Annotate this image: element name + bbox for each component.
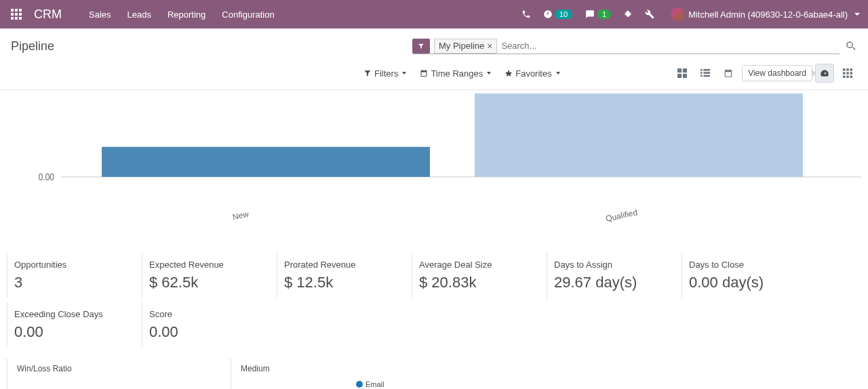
view-switcher: View dashboard [673, 64, 857, 83]
kpi-card[interactable]: Average Deal Size$ 20.83k [412, 253, 547, 298]
app-brand[interactable]: CRM [34, 7, 62, 22]
medium-legend: EmailUndefined [356, 380, 399, 389]
apps-menu-button[interactable] [8, 6, 24, 22]
view-dashboard-button[interactable] [815, 64, 834, 83]
medium-title: Medium [241, 364, 506, 373]
grid-small-icon [843, 68, 852, 78]
view-calendar-button[interactable] [719, 64, 738, 83]
kpi-card[interactable]: Score0.00 [142, 302, 277, 348]
svg-rect-24 [850, 72, 853, 75]
medium-chart: Medium EmailUndefined [231, 359, 515, 389]
facet-remove-button[interactable]: × [487, 41, 492, 52]
svg-rect-12 [683, 74, 687, 78]
messages-badge: 1 [597, 9, 611, 19]
chart-bar [475, 94, 803, 177]
kpi-label: Expected Revenue [149, 260, 266, 270]
filter-icon [415, 43, 427, 49]
view-kanban-button[interactable] [673, 64, 692, 83]
page-title: Pipeline [11, 39, 54, 54]
legend-item[interactable]: Email [356, 380, 399, 388]
medium-pie-icon [241, 380, 315, 389]
chevron-down-icon [402, 72, 406, 75]
nav-sales[interactable]: Sales [89, 9, 111, 20]
avatar-icon [671, 7, 684, 21]
kpi-card[interactable]: Expected Revenue$ 62.5k [142, 253, 277, 298]
svg-rect-27 [850, 76, 853, 79]
kpi-value: 0.00 [149, 323, 266, 341]
wrench-icon [645, 9, 654, 19]
view-list-button[interactable] [696, 64, 715, 83]
nav-configuration[interactable]: Configuration [222, 9, 274, 20]
chevron-down-icon [487, 72, 491, 75]
clock-icon [543, 9, 553, 19]
kpi-value: 29.67 day(s) [554, 274, 671, 291]
view-dashboard-label[interactable]: View dashboard [742, 65, 812, 81]
kpi-value: $ 12.5k [284, 274, 401, 291]
activities-button[interactable]: 10 [543, 9, 572, 19]
chart-bar [102, 147, 430, 177]
phone-button[interactable] [521, 9, 531, 19]
user-name: Mitchell Admin (409630-12-0-6abae4-all) [688, 9, 848, 20]
apps-grid-icon [11, 9, 22, 20]
pipeline-bar-chart: 0.00 NewQualified [0, 90, 868, 199]
kpi-value: $ 62.5k [149, 274, 266, 291]
search-expand-button[interactable] [845, 40, 857, 52]
svg-rect-14 [704, 69, 711, 71]
search-input[interactable] [497, 39, 840, 53]
kpi-card[interactable]: Prorated Revenue$ 12.5k [277, 253, 412, 298]
funnel-icon [363, 69, 372, 77]
kpi-value: 0.00 [14, 323, 131, 341]
kpi-card[interactable]: Opportunities3 [7, 253, 142, 298]
svg-rect-4 [15, 13, 18, 16]
kpi-label: Days to Close [689, 260, 806, 270]
kpi-label: Average Deal Size [419, 260, 536, 270]
filters-dropdown[interactable]: Filters [363, 68, 406, 79]
svg-rect-23 [846, 72, 849, 75]
kpi-grid: Opportunities3Expected Revenue$ 62.5kPro… [0, 199, 868, 354]
kpi-card[interactable]: Days to Close0.00 day(s) [682, 253, 816, 298]
kanban-icon [677, 68, 687, 78]
kpi-label: Days to Assign [554, 260, 671, 270]
nav-leads[interactable]: Leads [127, 9, 151, 20]
favorites-dropdown[interactable]: Favorites [505, 68, 559, 79]
kpi-value: 0.00 day(s) [689, 274, 806, 291]
time-ranges-dropdown[interactable]: Time Ranges [420, 68, 491, 79]
chat-icon [585, 9, 595, 19]
calendar-icon [724, 68, 733, 78]
dev-tools-button[interactable] [645, 9, 654, 19]
nav-reporting[interactable]: Reporting [167, 9, 205, 20]
svg-rect-20 [846, 68, 849, 71]
svg-rect-17 [701, 75, 703, 77]
bottom-charts: Win/Loss Ratio Medium EmailUndefined [0, 354, 868, 389]
search-bar[interactable]: My Pipeline × [412, 39, 840, 54]
view-activity-button[interactable] [838, 64, 857, 83]
svg-rect-21 [850, 68, 853, 71]
chevron-down-icon [854, 13, 860, 16]
svg-rect-9 [677, 68, 682, 73]
svg-rect-7 [15, 17, 18, 20]
svg-rect-16 [704, 72, 711, 74]
kpi-label: Opportunities [14, 260, 131, 270]
kpi-value: 3 [14, 274, 131, 291]
svg-rect-15 [701, 72, 703, 74]
kpi-card[interactable]: Days to Assign29.67 day(s) [547, 253, 682, 298]
winloss-chart: Win/Loss Ratio [7, 359, 231, 389]
kpi-value: $ 20.83k [419, 274, 536, 291]
svg-rect-10 [683, 68, 687, 73]
phone-icon [521, 9, 531, 19]
search-facet [412, 39, 430, 54]
kpi-label: Exceeding Close Days [14, 309, 131, 319]
facet-label: My Pipeline [439, 41, 484, 51]
winloss-donut-icon [17, 380, 220, 389]
debug-button[interactable] [623, 9, 633, 19]
svg-rect-3 [11, 13, 14, 16]
y-tick: 0.00 [39, 171, 54, 182]
systray: 10 1 Mitchell Admin (409630-12-0-6abae4-… [521, 7, 860, 21]
kpi-card[interactable]: Exceeding Close Days0.00 [7, 302, 142, 348]
svg-rect-18 [704, 75, 711, 77]
svg-rect-2 [19, 9, 22, 12]
calendar-icon [420, 69, 428, 77]
messages-button[interactable]: 1 [585, 9, 611, 19]
svg-rect-13 [701, 69, 703, 71]
user-menu[interactable]: Mitchell Admin (409630-12-0-6abae4-all) [671, 7, 860, 21]
